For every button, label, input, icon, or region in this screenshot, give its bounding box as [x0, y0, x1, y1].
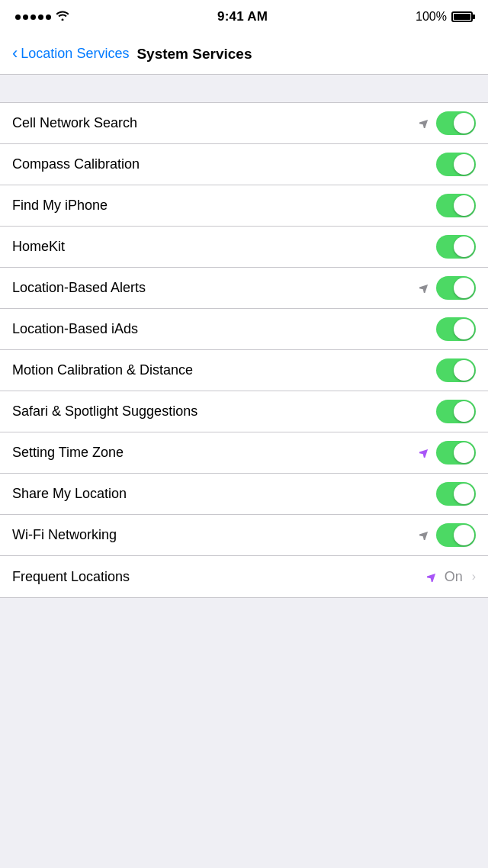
toggle-knob-safari-spotlight	[454, 401, 474, 422]
toggle-knob-location-based-alerts	[454, 278, 474, 298]
battery-percentage: 100%	[416, 10, 447, 24]
label-share-my-location: Share My Location	[12, 486, 436, 502]
label-homekit: HomeKit	[12, 239, 436, 255]
row-right-homekit	[436, 235, 476, 259]
toggle-knob-location-based-iads	[454, 319, 474, 339]
status-bar: 9:41 AM 100%	[0, 0, 488, 34]
toggle-wifi-networking[interactable]	[436, 523, 476, 547]
label-find-my-iphone: Find My iPhone	[12, 198, 436, 214]
label-setting-time-zone: Setting Time Zone	[12, 445, 418, 461]
toggle-knob-share-my-location	[454, 484, 474, 504]
row-value-frequent-locations: On	[445, 569, 463, 585]
location-arrow-icon-frequent-locations	[426, 571, 438, 583]
signal-dot-3	[30, 14, 36, 20]
back-label: Location Services	[21, 46, 129, 62]
row-right-wifi-networking	[418, 523, 476, 547]
status-left	[15, 10, 69, 24]
toggle-cell-network-search[interactable]	[436, 111, 476, 135]
toggle-location-based-alerts[interactable]	[436, 276, 476, 300]
signal-dot-2	[23, 14, 28, 20]
row-right-motion-calibration	[436, 358, 476, 382]
svg-marker-1	[419, 283, 429, 293]
toggle-share-my-location[interactable]	[436, 482, 476, 506]
location-arrow-icon-cell-network-search	[418, 117, 430, 130]
row-right-location-based-iads	[436, 317, 476, 341]
svg-marker-4	[427, 572, 437, 582]
toggle-find-my-iphone[interactable]	[436, 194, 476, 217]
settings-row-location-based-alerts[interactable]: Location-Based Alerts	[0, 268, 488, 309]
toggle-setting-time-zone[interactable]	[436, 441, 476, 465]
toggle-motion-calibration[interactable]	[436, 358, 476, 382]
toggle-knob-setting-time-zone	[454, 442, 474, 463]
status-right: 100%	[416, 10, 473, 24]
label-location-based-iads: Location-Based iAds	[12, 321, 436, 337]
toggle-knob-homekit	[454, 236, 474, 257]
settings-row-find-my-iphone[interactable]: Find My iPhone	[0, 185, 488, 227]
location-arrow-icon-wifi-networking	[418, 529, 430, 542]
toggle-knob-find-my-iphone	[454, 195, 474, 216]
settings-row-cell-network-search[interactable]: Cell Network Search	[0, 103, 488, 144]
svg-marker-3	[419, 530, 429, 540]
signal-dot-4	[38, 14, 43, 20]
toggle-knob-cell-network-search	[454, 113, 474, 133]
toggle-knob-compass-calibration	[454, 154, 474, 175]
row-right-frequent-locations: On›	[426, 569, 476, 585]
label-compass-calibration: Compass Calibration	[12, 156, 436, 172]
label-motion-calibration: Motion Calibration & Distance	[12, 362, 436, 378]
signal-dot-1	[15, 14, 21, 20]
wifi-icon	[56, 10, 69, 24]
battery-icon	[451, 11, 473, 22]
row-right-find-my-iphone	[436, 194, 476, 217]
label-cell-network-search: Cell Network Search	[12, 115, 418, 131]
label-safari-spotlight: Safari & Spotlight Suggestions	[12, 403, 436, 420]
back-button[interactable]: ‹ Location Services	[12, 46, 129, 62]
page-title: System Services	[136, 46, 252, 63]
status-time: 9:41 AM	[217, 9, 268, 24]
label-wifi-networking: Wi-Fi Networking	[12, 527, 418, 543]
toggle-location-based-iads[interactable]	[436, 317, 476, 341]
settings-row-share-my-location[interactable]: Share My Location	[0, 474, 488, 515]
row-right-setting-time-zone	[418, 441, 476, 465]
label-location-based-alerts: Location-Based Alerts	[12, 280, 418, 296]
settings-row-safari-spotlight[interactable]: Safari & Spotlight Suggestions	[0, 391, 488, 432]
location-arrow-icon-location-based-alerts	[418, 282, 430, 294]
signal-dot-5	[46, 14, 51, 20]
row-right-location-based-alerts	[418, 276, 476, 300]
section-gap	[0, 75, 488, 102]
back-chevron-icon: ‹	[12, 45, 18, 62]
settings-row-frequent-locations[interactable]: Frequent Locations On›	[0, 556, 488, 597]
settings-row-wifi-networking[interactable]: Wi-Fi Networking	[0, 515, 488, 556]
location-arrow-icon-setting-time-zone	[418, 447, 430, 459]
toggle-safari-spotlight[interactable]	[436, 400, 476, 423]
row-right-compass-calibration	[436, 153, 476, 176]
row-right-cell-network-search	[418, 111, 476, 135]
row-right-safari-spotlight	[436, 400, 476, 423]
toggle-homekit[interactable]	[436, 235, 476, 259]
settings-row-location-based-iads[interactable]: Location-Based iAds	[0, 309, 488, 350]
svg-marker-2	[419, 448, 429, 458]
settings-row-motion-calibration[interactable]: Motion Calibration & Distance	[0, 350, 488, 391]
settings-row-setting-time-zone[interactable]: Setting Time Zone	[0, 432, 488, 474]
toggle-knob-motion-calibration	[454, 360, 474, 381]
toggle-knob-wifi-networking	[454, 525, 474, 545]
label-frequent-locations: Frequent Locations	[12, 569, 426, 585]
settings-row-homekit[interactable]: HomeKit	[0, 227, 488, 268]
settings-list: Cell Network Search Compass CalibrationF…	[0, 102, 488, 598]
battery-fill	[454, 14, 470, 20]
settings-row-compass-calibration[interactable]: Compass Calibration	[0, 144, 488, 185]
nav-bar: ‹ Location Services System Services	[0, 34, 488, 75]
toggle-compass-calibration[interactable]	[436, 153, 476, 176]
svg-marker-0	[419, 118, 429, 128]
signal-dots	[15, 14, 51, 20]
chevron-right-icon-frequent-locations: ›	[472, 570, 476, 583]
row-right-share-my-location	[436, 482, 476, 506]
